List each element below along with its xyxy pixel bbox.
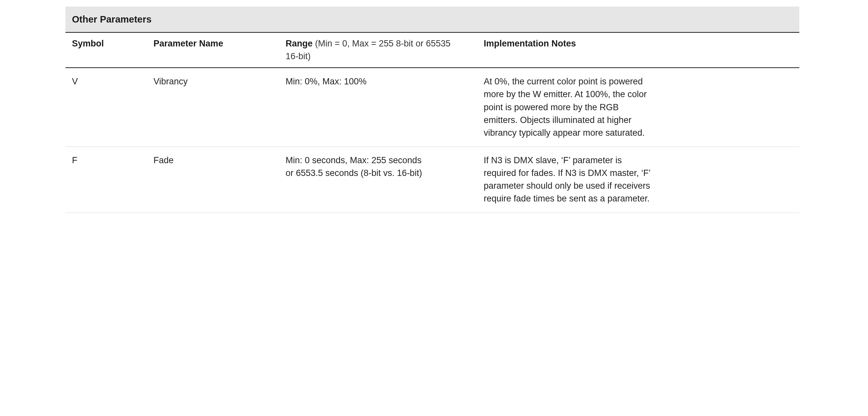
table-header-row: Symbol Parameter Name Range (Min = 0, Ma… bbox=[65, 32, 799, 68]
table-title-row: Other Parameters bbox=[65, 6, 799, 32]
cell-notes-text: If N3 is DMX slave, ‘F’ parameter is req… bbox=[484, 154, 654, 205]
table-row: V Vibrancy Min: 0%, Max: 100% At 0%, the… bbox=[65, 68, 799, 147]
header-parameter-name-label: Parameter Name bbox=[153, 39, 223, 49]
cell-parameter-name: Fade bbox=[153, 147, 285, 213]
cell-range: Min: 0 seconds, Max: 255 seconds or 6553… bbox=[285, 147, 484, 213]
header-symbol: Symbol bbox=[65, 32, 153, 68]
cell-symbol: F bbox=[65, 147, 153, 213]
page: Other Parameters Symbol Parameter Name R… bbox=[0, 0, 868, 416]
cell-notes-text: At 0%, the current color point is powere… bbox=[484, 75, 654, 139]
header-notes: Implementation Notes bbox=[484, 32, 799, 68]
table-title: Other Parameters bbox=[65, 6, 799, 32]
cell-notes: If N3 is DMX slave, ‘F’ parameter is req… bbox=[484, 147, 799, 213]
header-range: Range (Min = 0, Max = 255 8‑bit or 65535… bbox=[285, 32, 484, 68]
cell-range-text: Min: 0%, Max: 100% bbox=[285, 75, 423, 88]
cell-notes: At 0%, the current color point is powere… bbox=[484, 68, 799, 147]
header-range-label: Range bbox=[285, 39, 313, 49]
header-notes-label: Implementation Notes bbox=[484, 39, 576, 49]
cell-range: Min: 0%, Max: 100% bbox=[285, 68, 484, 147]
header-symbol-label: Symbol bbox=[72, 39, 104, 49]
header-parameter-name: Parameter Name bbox=[153, 32, 285, 68]
cell-range-text: Min: 0 seconds, Max: 255 seconds or 6553… bbox=[285, 154, 423, 180]
cell-symbol: V bbox=[65, 68, 153, 147]
table-row: F Fade Min: 0 seconds, Max: 255 seconds … bbox=[65, 147, 799, 213]
cell-parameter-name: Vibrancy bbox=[153, 68, 285, 147]
parameters-table: Other Parameters Symbol Parameter Name R… bbox=[65, 6, 799, 213]
